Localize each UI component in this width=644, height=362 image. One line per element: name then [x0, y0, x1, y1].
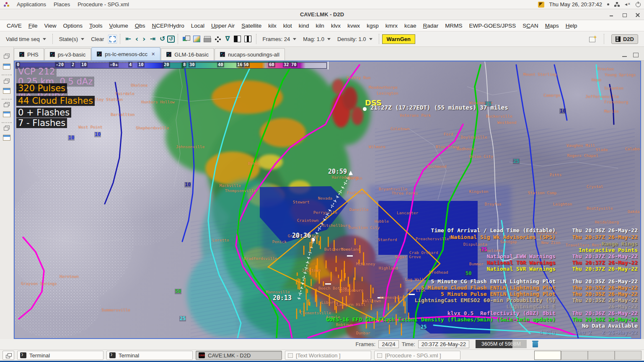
tab-ps-lc-emesos-dcc[interactable]: ps-lc-emesos-dcc ✕ — [91, 47, 160, 60]
keyboard-indicator-icon[interactable] — [538, 2, 544, 8]
fullscreen-icon[interactable] — [108, 35, 117, 44]
product-legend-row[interactable]: National Sig Wk Advisories (SPS)Thu 20:3… — [451, 234, 638, 240]
restore-pane-icon[interactable] — [4, 126, 9, 130]
product-legend-row[interactable]: National TOR WarningsThu 20:37Z 26-May-2… — [487, 259, 638, 266]
taskbar-cave[interactable]: CAVE:LMK - D2D — [196, 351, 282, 360]
next-frame-icon[interactable]: › — [140, 35, 147, 43]
volume-muted-icon[interactable] — [625, 2, 631, 7]
restore-pane-icon[interactable] — [4, 79, 9, 83]
pane-thumbnail-icon[interactable] — [3, 111, 10, 117]
minimize-button[interactable] — [609, 13, 614, 17]
product-legend-row[interactable]: LightningCast E26-May-22 — [507, 303, 638, 310]
taskbar-terminal-2[interactable]: Terminal — [106, 351, 193, 360]
product-legend-row[interactable]: 5 Minute Cloud Flash ENTLN Lightning Plo… — [421, 285, 638, 291]
tab-ps-v3-basic[interactable]: ps-v3-basic — [44, 48, 91, 60]
menu-kilx[interactable]: kilx — [265, 21, 280, 30]
menu-mrms[interactable]: MRMS — [442, 21, 466, 30]
menu-view[interactable]: View — [41, 21, 60, 30]
states-dropdown[interactable]: State(s) — [56, 35, 88, 44]
pane-thumbnail-icon[interactable] — [3, 64, 10, 69]
menu-ncep-hydro[interactable]: NCEP/Hydro — [148, 21, 187, 30]
menu-kind[interactable]: kind — [295, 21, 313, 30]
taskbar-terminal-1[interactable]: Terminal — [17, 351, 103, 360]
left-panel-icon[interactable] — [234, 36, 241, 42]
minimize-view-icon[interactable] — [622, 53, 627, 57]
menu-help[interactable]: Help — [562, 21, 581, 30]
tab-nucaps-soundings-all[interactable]: nucaps-soundings-all — [215, 48, 285, 60]
product-legend-row[interactable]: Interactive Points — [579, 247, 638, 253]
loop-time-icon[interactable]: ↺ — [167, 36, 175, 43]
product-legend-row[interactable]: klvx 0.5 Reflectivity (dBZ) 8bitThu 20:3… — [447, 310, 638, 316]
print-icon[interactable] — [204, 36, 211, 42]
menu-radar[interactable]: Radar — [419, 21, 442, 30]
menu-obs[interactable]: Obs — [132, 21, 149, 30]
menu-file[interactable]: File — [25, 21, 41, 30]
menu-scan[interactable]: SCAN — [519, 21, 542, 30]
product-legend-row[interactable]: 5 Minute Pulse ENTLN Lightning PlotThu 2… — [441, 291, 638, 297]
app-menu-icon[interactable] — [3, 2, 9, 8]
tab-glm-16-basic[interactable]: GLM-16-basic — [161, 48, 214, 60]
workspace-2[interactable] — [561, 351, 588, 360]
window-list-icon[interactable] — [3, 351, 14, 360]
active-window-menu[interactable]: Procedure - SPG.xml — [78, 1, 129, 8]
applications-menu[interactable]: Applications — [17, 1, 46, 8]
clear-button[interactable]: Clear — [88, 35, 107, 44]
places-menu[interactable]: Places — [54, 1, 70, 8]
product-legend-row[interactable]: No Data Available — [582, 323, 638, 329]
menu-kiln[interactable]: kiln — [313, 21, 328, 30]
workspace-1[interactable] — [534, 351, 561, 360]
mag-dropdown[interactable]: Mag: 1.0 — [300, 35, 334, 44]
restore-pane-icon[interactable] — [4, 54, 9, 58]
menu-cave[interactable]: CAVE — [3, 21, 25, 30]
trash-icon[interactable] — [532, 340, 538, 348]
pane-thumbnail-icon[interactable] — [3, 88, 10, 94]
menu-kcae[interactable]: kcae — [401, 21, 420, 30]
image-combine-icon[interactable] — [183, 36, 190, 42]
image-properties-icon[interactable] — [193, 36, 200, 42]
taskbar-procedure[interactable]: [Procedure - SPG.xml ] — [374, 351, 460, 360]
menu-kmrx[interactable]: kmrx — [382, 21, 401, 30]
menu-upper-air[interactable]: Upper Air — [208, 21, 238, 30]
product-legend-row[interactable]: Range Rings — [602, 241, 638, 247]
network-icon[interactable] — [614, 2, 620, 7]
pane-thumbnail-icon[interactable] — [3, 135, 10, 141]
product-legend-row[interactable]: LightningCast EMESO2 60-min Probability … — [414, 297, 638, 303]
menu-kvwx[interactable]: kvwx — [344, 21, 363, 30]
close-icon[interactable]: ✕ — [150, 51, 155, 57]
power-icon[interactable] — [636, 2, 641, 7]
tab-phs[interactable]: PHS — [14, 48, 44, 60]
menu-options[interactable]: Options — [60, 21, 86, 30]
product-legend-row[interactable]: 5 Minute CG Flash ENTLN Lightning PlotTh… — [431, 278, 638, 285]
loop-icon[interactable]: ↺ — [158, 35, 167, 43]
menu-maps[interactable]: Maps — [542, 21, 562, 30]
last-frame-icon[interactable]: ⇥ — [148, 35, 158, 43]
menu-ewp-goes-jpss[interactable]: EWP-GOES/JPSS — [466, 21, 519, 30]
product-legend-row[interactable]: Time Of Arrival / Lead Time (Editable)Th… — [431, 227, 638, 234]
prev-frame-icon[interactable]: ‹ — [133, 35, 140, 43]
open-perspective-icon[interactable] — [589, 36, 597, 42]
maximize-view-icon[interactable] — [633, 53, 638, 57]
frames-dropdown[interactable]: Frames: 24 — [259, 35, 300, 44]
heap-memory-gauge[interactable]: 3605M of 5988M — [476, 340, 527, 348]
menu-local[interactable]: Local — [188, 21, 208, 30]
menu-kgsp[interactable]: kgsp — [363, 21, 382, 30]
density-dropdown[interactable]: Density: 1.0 — [334, 35, 376, 44]
menu-klvx[interactable]: klvx — [328, 21, 344, 30]
menu-tools[interactable]: Tools — [86, 21, 106, 30]
map-display[interactable]: OkolonaFairdaleValley StationHunters Hol… — [14, 61, 641, 339]
points-icon[interactable] — [214, 36, 221, 42]
workspace-4[interactable] — [615, 351, 641, 360]
maximize-button[interactable] — [622, 13, 627, 17]
workspace-3[interactable] — [588, 351, 615, 360]
product-legend-row[interactable]: d BluThu 2 Z 26-May-22 — [539, 329, 638, 336]
clock[interactable]: Thu May 26, 20:37:42 — [549, 1, 602, 8]
menu-volume[interactable]: Volume — [106, 21, 132, 30]
first-frame-icon[interactable]: ⇤ — [123, 35, 133, 43]
menu-satellite[interactable]: Satellite — [238, 21, 265, 30]
distance-tool-icon[interactable]: ∇ — [223, 35, 232, 43]
close-button[interactable] — [635, 13, 640, 17]
taskbar-text-workstation[interactable]: [Text Workstation ] — [285, 351, 371, 360]
d2d-perspective-button[interactable]: D2D — [611, 34, 638, 44]
product-legend-row[interactable]: National EWW WarningsThu 20:37Z 26-May-2… — [487, 253, 638, 259]
restore-pane-icon[interactable] — [4, 102, 9, 107]
